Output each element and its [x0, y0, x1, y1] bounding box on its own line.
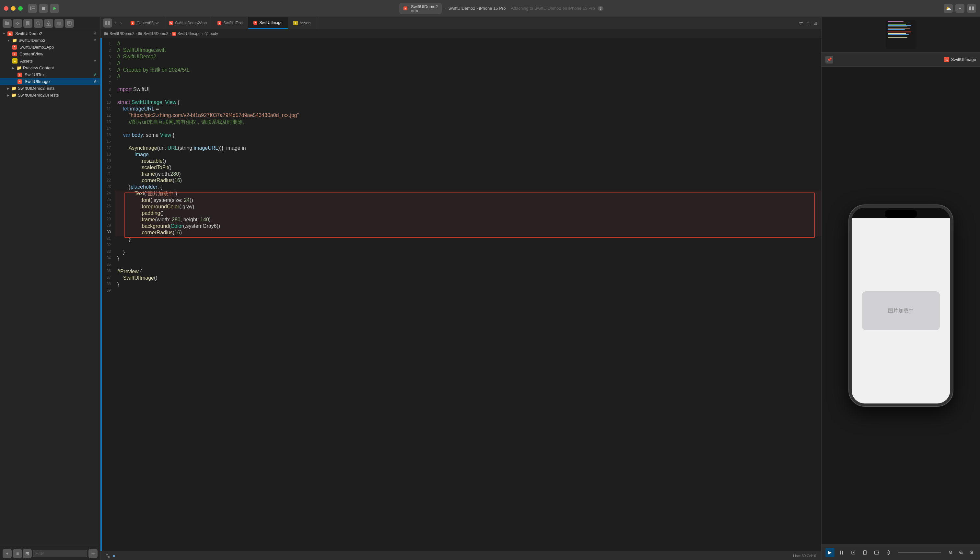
pin-button[interactable]: 📌 [825, 56, 833, 63]
split-view-button[interactable] [967, 4, 976, 13]
volume-up-button [850, 256, 851, 273]
view-toggle: ≡ ⊞ [13, 549, 32, 558]
sidebar-item-preview-content[interactable]: ▶ 📁 Preview Content [0, 65, 100, 71]
line-number-10: 10 [102, 99, 113, 106]
svg-rect-57 [888, 550, 889, 551]
breadcrumb-sep1: › [136, 32, 137, 36]
svg-rect-19 [57, 23, 59, 24]
list-view-btn[interactable]: ≡ [13, 549, 22, 558]
settings-button[interactable] [88, 549, 98, 558]
add-button[interactable]: + [955, 4, 965, 13]
inspector-btn[interactable]: ⊞ [812, 20, 818, 26]
tab-swiftuiimage[interactable]: S SwiftUIImage [248, 17, 288, 29]
zoom-fit-icon [959, 551, 963, 555]
svg-text:⚙: ⚙ [206, 33, 207, 35]
sidebar-item-contentview[interactable]: S ContentView [0, 50, 100, 57]
sidebar-swiftuiimage-badge: A [93, 80, 98, 83]
close-button[interactable] [4, 6, 8, 11]
maximize-button[interactable] [18, 6, 23, 11]
sidebar-group-badge: M [92, 38, 98, 42]
sidebar-diff-icon[interactable] [55, 19, 63, 28]
code-token: .frame [117, 171, 155, 177]
project-file-icon: S [7, 32, 13, 36]
pause-preview-btn[interactable] [837, 548, 846, 557]
sidebar-uitests-label: SwiftUIDemo2UITests [18, 93, 59, 98]
code-token: (.systemGray6)) [183, 223, 220, 229]
line-number-15: 15 [102, 132, 113, 138]
code-line-10: struct SwiftUIImage: View { [115, 100, 821, 106]
line-numbers: 1234567891011121314151617181920212223242… [102, 38, 115, 551]
code-token: )){ image in [218, 145, 246, 151]
sidebar-bookmark-icon[interactable] [23, 19, 32, 28]
tab-swiftuidemo2app[interactable]: S SwiftUIDemo2App [164, 17, 212, 29]
sidebar-warning-icon[interactable] [44, 19, 53, 28]
code-line-39 [115, 288, 821, 295]
sidebar-search-icon[interactable] [34, 19, 43, 28]
minimap-btn[interactable]: ≡ [806, 20, 811, 26]
sidebar-toggle-button[interactable] [28, 4, 37, 13]
sidebar-tag-icon[interactable] [13, 19, 22, 28]
zoom-in-btn[interactable] [967, 548, 976, 557]
sidebar-item-app[interactable]: S SwiftUIDemo2App [0, 44, 100, 50]
zoom-fit-btn[interactable] [957, 548, 966, 557]
sidebar-item-swiftuiimage[interactable]: S SwiftUIImage A [0, 78, 100, 85]
code-token: () [163, 158, 166, 164]
tablet-btn[interactable] [872, 548, 881, 557]
code-content[interactable]: //// SwiftUIImage.swift// SwiftUIDemo2//… [115, 38, 821, 551]
code-line-18: image [115, 152, 821, 158]
tab-contentview[interactable]: S ContentView [125, 17, 164, 29]
inspect-btn[interactable] [849, 548, 858, 557]
watch-btn[interactable] [884, 548, 893, 557]
code-token: .foregroundColor [117, 204, 179, 210]
play-preview-btn[interactable]: ▶ [825, 548, 835, 557]
sidebar-report-icon[interactable] [65, 19, 74, 28]
sidebar-toggle-btn[interactable] [103, 18, 112, 28]
svg-point-55 [878, 552, 878, 553]
zoom-out-btn[interactable] [946, 548, 955, 557]
titlebar-right-buttons: ⛅ + [944, 4, 976, 13]
sidebar-item-tests[interactable]: ▶ 📁 SwiftUIDemo2Tests [0, 85, 100, 92]
status-badge: 3 [598, 6, 603, 11]
line-number-7: 7 [102, 80, 113, 86]
code-line-7 [115, 80, 821, 87]
breadcrumb: SwiftUIDemo2 › SwiftUIDemo2 › S SwiftUII… [100, 29, 821, 38]
grid-view-btn[interactable]: ⊞ [23, 549, 32, 558]
project-icon: S [403, 6, 408, 11]
code-line-25: .font(.system(size: 24)) [115, 197, 821, 204]
code-token: View [160, 132, 171, 138]
cloud-button[interactable]: ⛅ [944, 4, 953, 13]
tab-demo2app-label: SwiftUIDemo2App [175, 21, 207, 25]
tab-swiftuitext[interactable]: S SwiftUIText [212, 17, 248, 29]
code-token: ) [180, 178, 182, 183]
status-square: ■ [113, 554, 115, 558]
code-token: () [154, 275, 158, 281]
minimize-button[interactable] [11, 6, 15, 11]
sidebar-folder-icon[interactable] [3, 19, 12, 28]
sidebar-item-assets[interactable]: A Assets M [0, 57, 100, 65]
code-line-35 [115, 262, 821, 269]
code-line-11: let imageURL = [115, 106, 821, 112]
add-file-button[interactable]: + [3, 549, 12, 558]
code-token: #Preview [117, 269, 139, 275]
tab-assets[interactable]: A Assets [288, 17, 317, 29]
swift-icon: S [131, 21, 135, 25]
code-token: (url: [157, 145, 168, 151]
run-button[interactable] [50, 4, 59, 13]
swift-file-icon: S [12, 45, 17, 50]
filter-input[interactable] [33, 550, 87, 557]
sidebar-item-swiftuiText[interactable]: S SwiftUIText A [0, 71, 100, 78]
silent-switch [850, 240, 851, 252]
project-info[interactable]: S SwiftUIDemo2 main [399, 3, 442, 14]
split-editor-btn[interactable]: ⇄ [798, 20, 804, 26]
sidebar-item-root[interactable]: ▼ S SwiftUIDemo2 M [0, 30, 100, 37]
svg-rect-23 [59, 24, 61, 25]
code-token: () [168, 165, 172, 170]
svg-text:S: S [9, 32, 11, 35]
forward-button[interactable]: › [119, 20, 123, 26]
sidebar-item-uitests[interactable]: ▶ 📁 SwiftUIDemo2UITests [0, 92, 100, 98]
svg-point-31 [92, 553, 94, 554]
stop-button[interactable] [39, 4, 48, 13]
sidebar-item-group[interactable]: ▼ 📁 SwiftUIDemo2 M [0, 37, 100, 44]
device-btn[interactable] [860, 548, 870, 557]
back-button[interactable]: ‹ [113, 20, 118, 26]
